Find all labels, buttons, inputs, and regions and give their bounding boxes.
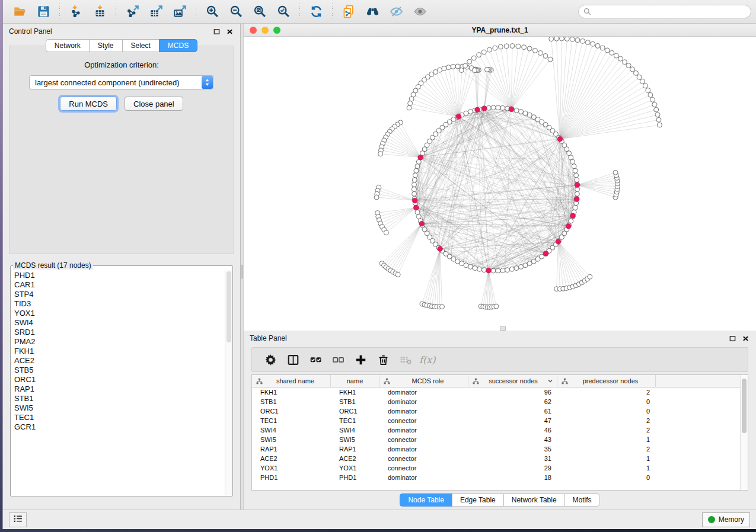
import-table-button[interactable]	[88, 2, 111, 21]
tab-select[interactable]: Select	[122, 39, 159, 52]
table-body: FKH1FKH1dominator962STB1STB1dominator620…	[252, 387, 740, 490]
mcds-node-item[interactable]: STB5	[14, 366, 225, 375]
cell: 2	[557, 389, 656, 396]
horizontal-splitter[interactable]	[500, 326, 506, 331]
mcds-node-item[interactable]: ACE2	[14, 356, 225, 366]
first-neighbors-icon	[366, 5, 379, 18]
add-column-button[interactable]	[349, 350, 372, 370]
table-settings-button[interactable]	[259, 350, 282, 370]
cell: SWI4	[331, 427, 379, 434]
zoom-in-icon	[206, 5, 219, 18]
mcds-result-box: MCDS result (17 nodes) PHD1CAR1STP4TID3Y…	[10, 261, 233, 496]
table-row[interactable]: RAP1RAP1dominator352	[252, 444, 740, 454]
mcds-node-item[interactable]: CAR1	[14, 280, 225, 290]
run-mcds-button[interactable]: Run MCDS	[60, 97, 117, 111]
zoom-selected-button[interactable]	[272, 2, 295, 21]
table-row[interactable]: FKH1FKH1dominator962	[252, 387, 740, 397]
column-header-name[interactable]: name	[331, 375, 379, 387]
mcds-node-item[interactable]: STB1	[14, 394, 225, 403]
table-row[interactable]: YOX1YOX1connector291	[252, 463, 740, 473]
table-row[interactable]: SWI5SWI5connector431	[252, 435, 740, 444]
close-table-panel-button[interactable]	[741, 334, 750, 343]
export-table-button[interactable]	[144, 2, 168, 21]
table-row[interactable]: PHD1PHD1dominator180	[252, 473, 740, 482]
table-row[interactable]: STB1STB1dominator620	[252, 397, 740, 406]
network-graph[interactable]	[244, 37, 756, 330]
table-row[interactable]: ACE2ACE2connector311	[252, 454, 740, 463]
zoom-fit-button[interactable]	[248, 2, 272, 21]
mcds-node-item[interactable]: STP4	[14, 290, 225, 299]
mcds-node-item[interactable]: YOX1	[14, 309, 225, 318]
cell: YOX1	[252, 464, 331, 472]
cell: SWI4	[252, 427, 331, 434]
table-header-row: shared namenameMCDS rolesuccessor nodesp…	[252, 375, 740, 387]
export-image-button[interactable]	[168, 2, 192, 21]
first-neighbors-button[interactable]	[361, 2, 384, 21]
zoom-in-button[interactable]	[200, 2, 224, 21]
cell: connector	[379, 464, 468, 472]
delete-column-button[interactable]	[372, 350, 394, 370]
tab-mcds[interactable]: MCDS	[159, 39, 197, 52]
task-history-button[interactable]	[9, 512, 27, 527]
import-network-button[interactable]	[64, 2, 88, 21]
table-row[interactable]: SWI4SWI4dominator462	[252, 425, 740, 435]
zoom-out-button[interactable]	[224, 2, 248, 21]
clone-network-button[interactable]	[337, 2, 361, 21]
mcds-node-item[interactable]: TEC1	[14, 413, 225, 422]
tab-network[interactable]: Network	[46, 39, 89, 52]
select-stepper-icon	[202, 76, 213, 89]
close-panel-mcds-button[interactable]: Close panel	[125, 97, 183, 111]
column-header-MCDS-role[interactable]: MCDS role	[379, 375, 468, 387]
status-bar: Memory	[3, 509, 756, 529]
cell: dominator	[379, 427, 468, 434]
hide-selected-button[interactable]	[384, 2, 408, 21]
mcds-list-scrollbar[interactable]	[225, 270, 232, 496]
close-panel-button[interactable]	[225, 27, 234, 36]
mcds-node-item[interactable]: SWI4	[14, 318, 225, 328]
mcds-result-list[interactable]: PHD1CAR1STP4TID3YOX1SWI4SRD1PMA2FKH1ACE2…	[11, 270, 225, 496]
mcds-node-item[interactable]: RAP1	[14, 384, 225, 394]
mcds-node-item[interactable]: SRD1	[14, 328, 225, 337]
table-row[interactable]: ORC1ORC1dominator610	[252, 406, 740, 416]
float-panel-button[interactable]	[212, 27, 221, 36]
tab-motifs[interactable]: Motifs	[564, 493, 600, 507]
search-input[interactable]	[578, 5, 751, 18]
tab-network-table[interactable]: Network Table	[503, 493, 564, 507]
mcds-node-item[interactable]: SWI5	[14, 403, 225, 413]
save-session-button[interactable]	[31, 2, 55, 21]
cell: 1	[557, 464, 656, 472]
cell: PHD1	[331, 474, 379, 481]
toolbar-separator	[332, 4, 333, 20]
mcds-node-item[interactable]: GCR1	[14, 422, 225, 432]
tab-node-table[interactable]: Node Table	[400, 493, 452, 507]
mcds-result-title: MCDS result (17 nodes)	[13, 261, 93, 270]
memory-button[interactable]: Memory	[702, 512, 750, 527]
select-all-button[interactable]	[304, 350, 327, 370]
show-columns-button[interactable]	[282, 350, 304, 370]
deselect-all-icon	[332, 354, 344, 366]
column-header-predecessor-nodes[interactable]: predecessor nodes	[557, 375, 656, 387]
network-window-titlebar[interactable]: YPA_prune.txt_1	[244, 24, 756, 37]
open-file-button[interactable]	[8, 2, 31, 21]
table-row[interactable]: TEC1TEC1connector472	[252, 416, 740, 425]
tab-style[interactable]: Style	[89, 39, 122, 52]
mcds-node-item[interactable]: TID3	[14, 299, 225, 309]
column-header-successor-nodes[interactable]: successor nodes	[468, 375, 557, 387]
mcds-node-item[interactable]: FKH1	[14, 347, 225, 356]
deselect-all-button[interactable]	[327, 350, 349, 370]
cell: 61	[468, 408, 557, 415]
tab-edge-table[interactable]: Edge Table	[452, 493, 503, 507]
mcds-node-item[interactable]: ORC1	[14, 375, 225, 384]
column-header-shared-name[interactable]: shared name	[252, 375, 331, 387]
cell: TEC1	[331, 417, 379, 424]
float-table-panel-button[interactable]	[728, 334, 737, 343]
mcds-node-item[interactable]: PHD1	[14, 271, 225, 280]
cell: PHD1	[252, 474, 331, 481]
network-view[interactable]	[244, 37, 756, 331]
hide-selected-icon	[390, 5, 403, 18]
criterion-select[interactable]: largest connected component (undirected)	[29, 75, 214, 89]
table-scrollbar[interactable]	[740, 375, 748, 490]
mcds-node-item[interactable]: PMA2	[14, 337, 225, 347]
export-network-button[interactable]	[120, 2, 144, 21]
refresh-layout-button[interactable]	[304, 2, 328, 21]
